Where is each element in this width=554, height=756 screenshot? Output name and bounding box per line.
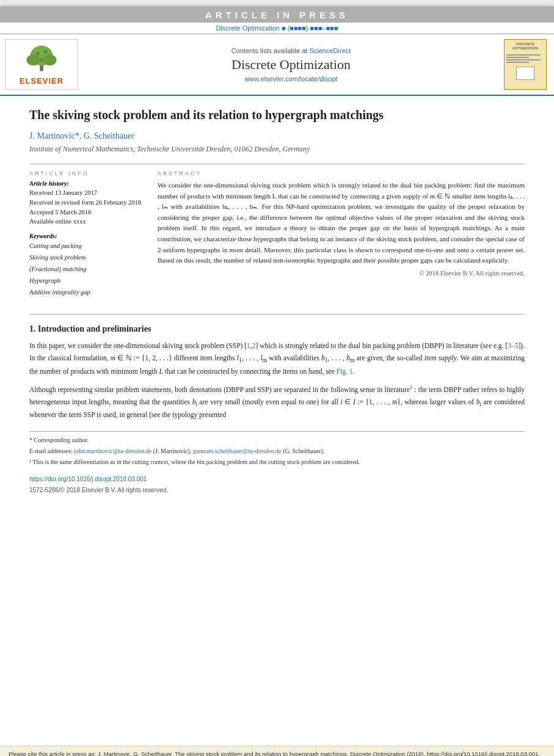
header-area: ELSEVIER Contents lists available at Sci… [0,34,554,96]
revised-date: Received in revised form 26 February 201… [29,198,145,208]
history-label: Article history: [29,180,145,187]
sciencedirect-line: Contents lists available at ScienceDirec… [231,47,351,54]
thumb-lines [506,53,544,64]
elsevier-logo: ELSEVIER [5,39,78,90]
email2-name: (G. Scheithauer). [283,448,325,454]
elsevier-tree-icon [17,43,66,74]
svg-point-4 [36,52,39,55]
elsevier-label: ELSEVIER [20,76,64,85]
svg-point-6 [40,59,43,62]
thumb-title: DISCRETEOPTIMIZATION [512,42,538,51]
svg-point-2 [26,54,40,65]
article-history-block: Article history: Received 13 January 201… [29,180,145,227]
keywords-label: Keywords: [29,233,145,239]
keywords-list: Cutting and packing Skiving stock proble… [29,241,145,298]
email1-name: (J. Martinovic), [153,448,192,454]
page: ARTICLE IN PRESS Discrete Optimization ■… [0,6,554,756]
header-center: Contents lists available at ScienceDirec… [84,39,498,90]
svg-point-3 [43,54,57,65]
fig1-link[interactable]: Fig. 1 [337,368,353,375]
email-footnote: E-mail addresses: john.martinovic@tu-dre… [29,446,525,456]
aip-text: ARTICLE IN PRESS [205,10,349,20]
online-date: Available online xxxx [29,217,145,227]
accepted-date: Accepted 5 March 2018 [29,208,145,217]
citation-text: Please cite this article in press as: J.… [9,751,540,756]
section-divider-1 [29,164,525,164]
keyword-2: Skiving stock problem [29,252,145,264]
journal-title: Discrete Optimization [231,57,351,73]
keywords-block: Keywords: Cutting and packing Skiving st… [29,233,145,298]
affiliation: Institute of Numerical Mathematics, Tech… [29,145,525,154]
section-divider-2 [29,314,525,314]
journal-url: www.elsevier.com/locate/disopt [244,75,337,82]
article-info-col: ARTICLE INFO Article history: Received 1… [29,170,145,304]
email1-link[interactable]: john.martinovic@tu-dresden.de [74,448,151,454]
keyword-5: Additive integrality gap [29,287,145,299]
corresponding-author-note: * Corresponding author. [29,435,525,445]
abstract-copyright: © 2018 Elsevier B.V. All rights reserved… [158,270,525,277]
ref-3-5[interactable]: 3–5 [508,342,518,349]
received-date: Received 13 January 2017 [29,188,145,198]
abstract-col: ABSTRACT We consider the one-dimensional… [158,170,525,304]
keyword-3: (Fractional) matching [29,264,145,275]
journal-thumb: DISCRETEOPTIMIZATION [504,39,547,90]
footnote1-text: ¹ This is the same differentiation as in… [29,457,525,467]
thumb-line-2 [506,57,529,58]
thumb-box [516,67,534,80]
article-title: The skiving stock problem and its relati… [29,107,525,123]
thumb-line-4 [506,62,529,63]
journal-line-text: Discrete Optimization ■ (■■■■) ■■■–■■■ [216,24,338,32]
email-label: E-mail addresses: [29,448,73,454]
citation-bar: Please cite this article in press as: J.… [0,746,554,756]
abstract-text: We consider the one-dimensional skiving … [158,180,525,266]
aip-banner: ARTICLE IN PRESS [0,6,554,23]
doi-link[interactable]: https://doi.org/10.1016/j.disopt.2018.03… [29,476,147,482]
doi-area: https://doi.org/10.1016/j.disopt.2018.03… [29,474,525,496]
ref-2[interactable]: 2 [252,342,256,349]
corresponding-author-label: * Corresponding author. [29,437,89,443]
section1-para2: Although representing similar problem st… [29,383,525,421]
two-col: ARTICLE INFO Article history: Received 1… [29,170,525,304]
thumb-line-3 [506,59,541,60]
article-info-header: ARTICLE INFO [29,170,145,176]
sciencedirect-link[interactable]: ScienceDirect [309,47,351,54]
authors: J. Martinovic*, G. Scheithauer [29,131,525,141]
section1-title: 1. Introduction and preliminaries [29,324,525,334]
ref-1[interactable]: 1 [247,342,250,349]
footnote-area: * Corresponding author. E-mail addresses… [29,431,525,467]
abstract-header: ABSTRACT [158,170,525,176]
journal-line: Discrete Optimization ■ (■■■■) ■■■–■■■ [0,23,554,34]
email2-link[interactable]: guntram.scheithauer@tu-dresden.de [193,448,282,454]
svg-point-5 [44,50,47,53]
keyword-4: Hypergraph [29,275,145,287]
section1-para1: In this paper, we consider the one-dimen… [29,340,525,377]
footnote1-content: ¹ This is the same differentiation as in… [29,459,360,465]
thumb-line-1 [506,54,541,56]
doi-rights: 1572-5286/© 2018 Elsevier B.V. All right… [29,487,168,493]
contents-label: Contents lists available at [231,47,308,54]
main-content: The skiving stock problem and its relati… [0,96,554,507]
keyword-1: Cutting and packing [29,241,145,252]
